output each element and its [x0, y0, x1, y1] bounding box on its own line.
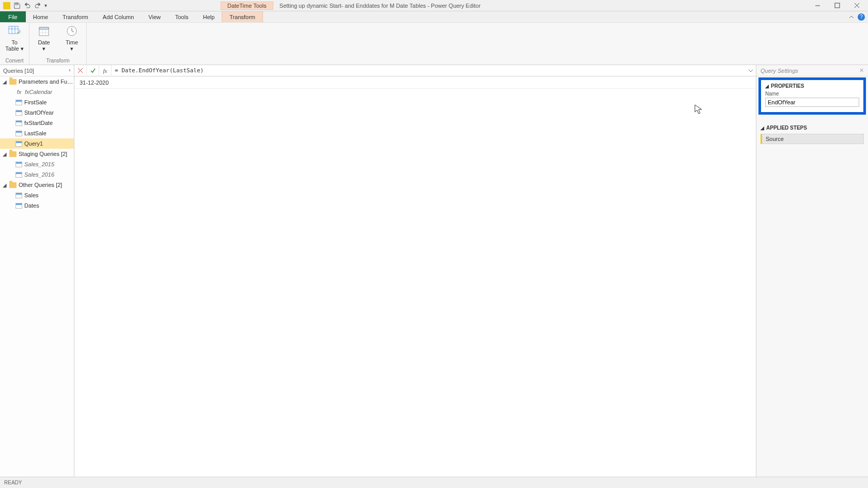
query-label: fxCalendar — [25, 89, 52, 95]
cancel-formula-icon[interactable] — [74, 65, 87, 76]
tab-transform[interactable]: Transform — [55, 11, 96, 22]
queries-pane-header: Queries [10] › — [0, 65, 74, 76]
time-button[interactable]: Time▾ — [61, 24, 82, 52]
to-table-label-2: Table ▾ — [5, 45, 23, 52]
data-preview: 31-12-2020 — [74, 76, 756, 477]
query-label: FirstSale — [24, 99, 47, 105]
collapse-icon: ◢ — [761, 125, 764, 131]
query-label: Sales — [24, 192, 39, 198]
qat-more[interactable]: ▾ — [44, 3, 47, 8]
save-icon[interactable] — [13, 2, 21, 9]
table-icon — [16, 141, 22, 147]
commit-formula-icon[interactable] — [87, 65, 99, 76]
properties-highlight: ◢ PROPERTIES Name — [758, 77, 866, 115]
query-firstsale[interactable]: FirstSale — [0, 97, 74, 107]
queries-tree: ◢ Parameters and Fu… fx fxCalendar First… — [0, 76, 74, 211]
ribbon-group-label: Transform — [46, 58, 69, 65]
query-group-other[interactable]: ◢ Other Queries [2] — [0, 180, 74, 190]
svg-rect-10 — [39, 27, 49, 29]
query-label: LastSale — [24, 130, 47, 136]
query-dates[interactable]: Dates — [0, 200, 74, 211]
formula-bar: fx — [74, 65, 756, 76]
query-label: Dates — [24, 202, 39, 209]
query-group-staging[interactable]: ◢ Staging Queries [2] — [0, 149, 74, 159]
mouse-cursor-icon — [694, 104, 703, 115]
table-icon — [16, 131, 22, 136]
tab-home[interactable]: Home — [26, 11, 55, 22]
collapse-queries-icon[interactable]: › — [69, 68, 71, 74]
expand-icon[interactable]: ◢ — [2, 182, 7, 188]
tab-file[interactable]: File — [0, 11, 26, 22]
window-controls — [810, 1, 868, 11]
table-icon — [16, 110, 22, 116]
svg-rect-5 — [9, 26, 18, 34]
tab-contextual-transform[interactable]: Transform — [222, 11, 263, 22]
contextual-tab-label: DateTime Tools — [221, 2, 273, 10]
minimize-button[interactable] — [810, 1, 825, 11]
time-label: Time — [66, 39, 78, 45]
table-icon — [16, 100, 22, 105]
window-title: Setting up dynamic Start- and Enddates f… — [280, 3, 481, 9]
tab-help[interactable]: Help — [196, 11, 222, 22]
query-sales[interactable]: Sales — [0, 190, 74, 200]
undo-icon[interactable] — [24, 2, 31, 9]
query-fxcalendar[interactable]: fx fxCalendar — [0, 87, 74, 97]
query-label: StartOfYear — [24, 109, 54, 116]
tab-view[interactable]: View — [141, 11, 168, 22]
query-settings-label: Query Settings — [761, 68, 798, 74]
help-icon[interactable]: ? — [858, 13, 865, 21]
query-query1[interactable]: Query1 — [0, 138, 74, 149]
expand-icon[interactable]: ◢ — [2, 79, 7, 85]
folder-icon — [9, 79, 17, 85]
table-icon — [16, 120, 22, 126]
query-name-input[interactable] — [765, 98, 859, 107]
query-label: Sales_2016 — [24, 171, 54, 178]
time-icon — [65, 24, 79, 38]
query-group-parameters[interactable]: ◢ Parameters and Fu… — [0, 76, 74, 87]
date-button[interactable]: Date▾ — [34, 24, 54, 52]
fx-icon[interactable]: fx — [99, 65, 112, 76]
name-label: Name — [765, 91, 859, 97]
function-icon: fx — [16, 89, 23, 95]
center-area: fx 31-12-2020 — [74, 65, 756, 477]
to-table-icon — [7, 24, 22, 38]
expand-icon[interactable]: ◢ — [2, 151, 7, 157]
redo-icon[interactable] — [34, 2, 41, 9]
collapse-icon: ◢ — [765, 84, 769, 89]
quick-access-toolbar: ▾ — [0, 2, 50, 9]
query-lastsale[interactable]: LastSale — [0, 128, 74, 138]
close-button[interactable] — [849, 1, 864, 11]
table-icon — [16, 193, 22, 198]
date-icon — [37, 24, 51, 38]
close-icon[interactable]: ✕ — [859, 67, 864, 74]
group-label: Staging Queries [2] — [19, 151, 67, 157]
applied-step-source[interactable]: Source — [761, 134, 864, 144]
applied-steps-header[interactable]: ◢ APPLIED STEPS — [761, 125, 864, 131]
ribbon-tabs: File Home Transform Add Column View Tool… — [0, 11, 868, 23]
svg-rect-0 — [16, 3, 18, 5]
tab-add-column[interactable]: Add Column — [96, 11, 142, 22]
formula-input[interactable] — [112, 65, 746, 76]
properties-label: PROPERTIES — [771, 83, 804, 89]
collapse-ribbon-icon[interactable] — [847, 13, 856, 21]
ribbon-group-transform: Date▾ Time▾ Transform — [29, 23, 87, 65]
formula-expand-icon[interactable] — [746, 68, 756, 73]
properties-header[interactable]: ◢ PROPERTIES — [765, 83, 859, 89]
query-label: Sales_2015 — [24, 161, 54, 167]
maximize-button[interactable] — [830, 1, 844, 11]
query-sales2015[interactable]: Sales_2015 — [0, 159, 74, 169]
group-label: Parameters and Fu… — [19, 78, 73, 85]
ribbon-body: ToTable ▾ Convert Date▾ Time▾ Transform — [0, 23, 868, 65]
query-sales2016[interactable]: Sales_2016 — [0, 169, 74, 180]
tab-tools[interactable]: Tools — [168, 11, 196, 22]
query-startofyear[interactable]: StartOfYear — [0, 107, 74, 118]
queries-pane-title: Queries [10] — [3, 68, 34, 74]
to-table-label-1: To — [11, 39, 18, 45]
applied-steps-label: APPLIED STEPS — [766, 125, 807, 131]
preview-row[interactable]: 31-12-2020 — [74, 76, 756, 89]
svg-rect-2 — [835, 3, 840, 8]
query-fxstartdate[interactable]: fxStartDate — [0, 118, 74, 128]
status-bar: READY — [0, 477, 868, 488]
table-icon — [16, 203, 22, 209]
to-table-button[interactable]: ToTable ▾ — [4, 24, 25, 52]
